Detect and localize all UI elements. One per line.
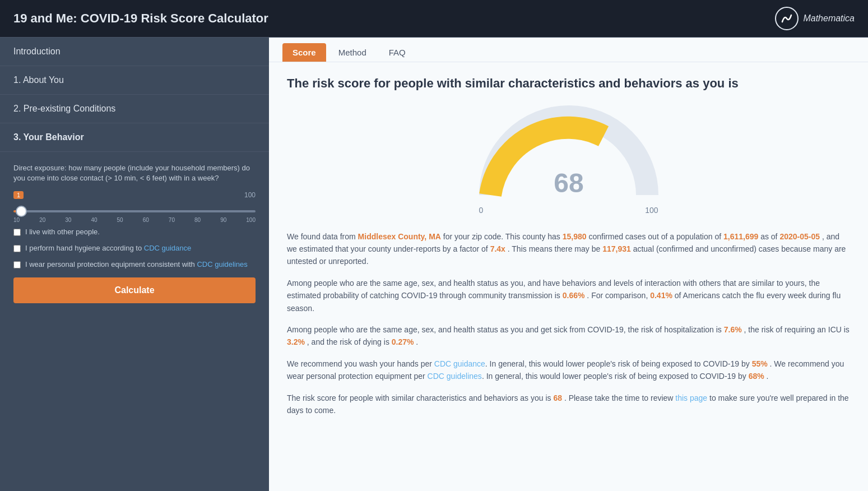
left-panel: Introduction 1. About You 2. Pre-existin… xyxy=(0,38,269,491)
slider-value-label: 1 100 xyxy=(13,191,256,199)
gauge-container: 68 0 100 xyxy=(287,105,850,215)
paragraph-probability: Among people who are the same age, sex, … xyxy=(287,277,850,314)
content-area: The risk score for people with similar c… xyxy=(269,62,868,439)
tab-score[interactable]: Score xyxy=(282,43,326,62)
slider-container: 1 100 10 20 30 40 50 60 70 80 90 xyxy=(13,191,256,223)
calculate-button[interactable]: Calculate xyxy=(13,277,256,303)
gauge-max-label: 100 xyxy=(645,206,658,215)
slider-badge: 1 xyxy=(13,191,24,199)
underreport-factor: 7.4x xyxy=(490,244,505,253)
live-with-others-checkbox[interactable] xyxy=(13,229,21,236)
death-risk: 0.27% xyxy=(392,337,414,346)
slider-ticks: 10 20 30 40 50 60 70 80 90 100 xyxy=(13,217,256,223)
slider-wrapper: 10 20 30 40 50 60 70 80 90 100 xyxy=(13,205,256,223)
ppe-checkbox[interactable] xyxy=(13,261,21,268)
logo-icon xyxy=(775,7,799,30)
header: 19 and Me: COVID-19 Risk Score Calculato… xyxy=(0,0,868,38)
paragraph-recommendations: We recommend you wash your hands per CDC… xyxy=(287,358,850,383)
data-date: 2020-05-05 xyxy=(779,232,820,241)
cdc-guidelines-link[interactable]: CDC guidelines xyxy=(197,260,247,268)
paragraph-county-data: We found data from Middlesex County, MA … xyxy=(287,230,850,268)
question-label: Direct exposure: how many people (includ… xyxy=(13,163,256,183)
sidebar-item-intro[interactable]: Introduction xyxy=(0,38,269,66)
paragraph-risk: Among people who are the same age, sex, … xyxy=(287,323,850,349)
hospitalization-risk: 7.6% xyxy=(724,325,742,334)
gauge-labels: 0 100 xyxy=(479,206,658,215)
this-page-link[interactable]: this page xyxy=(675,393,707,402)
covid-probability: 0.66% xyxy=(563,291,585,300)
hand-hygiene-label: I perform hand hygiene according to CDC … xyxy=(25,244,191,252)
sidebar-item-about[interactable]: 1. About You xyxy=(0,66,269,95)
confirmed-cases: 15,980 xyxy=(563,232,587,241)
svg-text:68: 68 xyxy=(554,168,583,198)
cdc-guidelines-link-text[interactable]: CDC guidelines xyxy=(428,372,482,381)
checkbox-ppe: I wear personal protection equipment con… xyxy=(13,260,256,268)
cdc-guidance-link-text[interactable]: CDC guidance xyxy=(434,359,485,368)
live-with-others-label: I live with other people. xyxy=(25,228,100,236)
sidebar-item-conditions[interactable]: 2. Pre-existing Conditions xyxy=(0,95,269,123)
tab-faq[interactable]: FAQ xyxy=(379,43,416,62)
population: 1,611,699 xyxy=(723,232,758,241)
icu-risk: 3.2% xyxy=(287,337,305,346)
ppe-label: I wear personal protection equipment con… xyxy=(25,260,248,268)
gauge-min-label: 0 xyxy=(479,206,484,215)
paragraph-summary: The risk score for people with similar c… xyxy=(287,392,850,417)
page-title: 19 and Me: COVID-19 Risk Score Calculato… xyxy=(13,11,268,26)
checkbox-live-with-others: I live with other people. xyxy=(13,228,256,236)
logo-area: Mathematica xyxy=(775,7,855,30)
flu-probability: 0.41% xyxy=(650,291,672,300)
slider-max-label: 100 xyxy=(244,191,256,199)
handwash-reduction: 55% xyxy=(752,359,768,368)
exposure-slider[interactable] xyxy=(13,210,256,212)
tab-method[interactable]: Method xyxy=(328,43,377,62)
form-section: Direct exposure: how many people (includ… xyxy=(0,152,269,314)
final-score: 68 xyxy=(553,393,562,402)
cdc-guidance-link[interactable]: CDC guidance xyxy=(144,244,192,252)
hand-hygiene-checkbox[interactable] xyxy=(13,245,21,252)
main-heading: The risk score for people with similar c… xyxy=(287,76,850,92)
sidebar-item-behavior[interactable]: 3. Your Behavior xyxy=(0,123,269,152)
right-panel: Score Method FAQ The risk score for peop… xyxy=(269,38,868,491)
tab-bar: Score Method FAQ xyxy=(269,38,868,62)
county-name: Middlesex County, MA xyxy=(358,232,441,241)
actual-cases: 117,931 xyxy=(602,244,631,253)
checkbox-hand-hygiene: I perform hand hygiene according to CDC … xyxy=(13,244,256,252)
gauge-svg: 68 xyxy=(479,105,658,203)
ppe-reduction: 68% xyxy=(749,372,764,381)
logo-text: Mathematica xyxy=(803,13,855,24)
main-layout: Introduction 1. About You 2. Pre-existin… xyxy=(0,38,868,491)
